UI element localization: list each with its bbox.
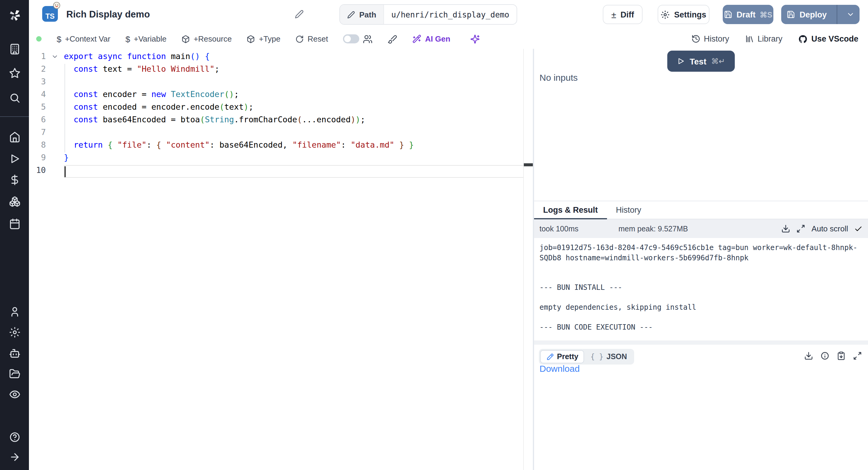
sidebar-item-audit-logs[interactable] [0,384,29,404]
code-line[interactable]: 7 [29,126,533,138]
auto-scroll-check-icon[interactable] [854,224,863,233]
code-line[interactable]: 1export async function main() { [29,50,533,63]
help-circle-icon [9,431,20,443]
sidebar-item-runs[interactable] [0,149,29,168]
deploy-main[interactable]: Deploy [781,5,832,24]
download-result-icon[interactable] [804,351,813,361]
diff-button[interactable]: ± Diff [603,5,643,24]
code-editor[interactable]: 1export async function main() {2 const t… [29,49,533,470]
code-text[interactable]: const text = "Hello Windmill"; [64,63,533,75]
test-button[interactable]: Test ⌘↵ [667,51,735,72]
download-file-link[interactable]: Download [539,363,580,374]
logs-result-splitter[interactable] [534,340,868,345]
expand-result-icon[interactable] [853,351,862,361]
mem-peak-text: mem peak: 9.527MB [618,224,688,233]
reset-button[interactable]: Reset [296,34,328,43]
plus-minus-icon: ± [611,9,616,20]
add-context-var-button[interactable]: $ +Context Var [57,34,110,44]
code-line[interactable]: 4 const encoder = new TextEncoder(); [29,88,533,101]
history-button[interactable]: History [691,34,729,43]
code-line[interactable]: 10 [29,164,533,177]
code-line[interactable]: 5 const encoded = encoder.encode(text); [29,101,533,113]
diff-mode-toggle[interactable] [343,34,359,43]
fold-gutter [46,164,64,177]
resource-label: +Resource [193,34,231,43]
expand-logs-icon[interactable] [797,224,806,233]
sidebar-item-home[interactable] [0,127,29,147]
sidebar-item-help[interactable] [0,427,29,446]
pencil-icon [347,10,355,19]
code-text[interactable]: export async function main() { [64,50,533,63]
download-logs-icon[interactable] [781,224,790,233]
code-line[interactable]: 3 [29,75,533,88]
pretty-label: Pretty [557,352,578,361]
user-icon [9,306,20,317]
tab-history[interactable]: History [607,201,650,219]
pen-icon [546,353,554,361]
sidebar-item-search[interactable] [0,88,29,107]
code-line[interactable]: 9} [29,151,533,164]
fold-gutter [46,138,64,151]
code-text[interactable]: const encoded = encoder.encode(text); [64,101,533,113]
deploy-dropdown[interactable] [841,5,860,24]
fold-gutter [46,50,64,63]
view-pretty-button[interactable]: Pretty [540,350,584,363]
ai-sparkles-button[interactable] [470,34,480,44]
copy-result-icon[interactable] [837,351,846,361]
indent-guide [64,64,65,152]
format-button[interactable] [388,34,397,44]
code-text[interactable] [64,126,533,138]
save-draft-button[interactable]: Draft ⌘S [723,5,773,24]
fold-chevron-icon[interactable] [51,53,59,60]
info-icon[interactable] [820,351,830,361]
deploy-button[interactable]: Deploy [781,5,860,24]
package-icon [247,35,255,43]
collaborators-button[interactable] [363,34,373,44]
path-label-segment: Path [340,5,384,24]
toggle-knob [344,36,351,42]
view-json-button[interactable]: { } JSON [584,350,633,363]
draft-label: Draft [737,10,755,19]
sidebar-item-settings[interactable] [0,322,29,342]
code-line[interactable]: 2 const text = "Hello Windmill"; [29,63,533,75]
chevron-down-icon [846,10,855,19]
sidebar-item-users[interactable] [0,302,29,321]
sidebar-item-favorites[interactable] [0,63,29,83]
run-statusbar: took 100ms mem peak: 9.527MB Auto scroll [534,219,868,238]
add-variable-button[interactable]: $ +Variable [125,34,166,44]
library-button[interactable]: Library [745,34,782,43]
code-line[interactable]: 6 const base64Encoded = btoa(String.from… [29,113,533,126]
auto-scroll-label: Auto scroll [812,224,848,233]
add-type-button[interactable]: +Type [247,34,281,43]
line-number: 2 [29,63,46,75]
sidebar-item-resources[interactable] [0,192,29,211]
sidebar-item-variables[interactable] [0,170,29,189]
code-text[interactable]: const base64Encoded = btoa(String.fromCh… [64,113,533,126]
tab-logs-result[interactable]: Logs & Result [534,201,607,219]
code-text[interactable]: return { "file": { "content": base64Enco… [64,138,533,151]
code-line[interactable]: 8 return { "file": { "content": base64En… [29,138,533,151]
overview-ruler[interactable] [523,49,533,470]
ai-gen-button[interactable]: AI Gen [412,34,450,43]
edit-title-button[interactable] [295,10,304,19]
path-button[interactable]: Path u/henri/rich_display_demo [339,4,517,25]
code-text[interactable]: } [64,151,533,164]
package-icon [181,35,190,43]
sidebar-expand[interactable] [0,447,29,466]
reset-label: Reset [307,34,328,43]
windmill-logo[interactable] [0,5,29,25]
job-logs[interactable]: job=01912d75-163d-8204-47c9-5469c516cb1e… [534,238,868,340]
code-text[interactable] [64,164,533,177]
code-text[interactable] [64,75,533,88]
text-cursor [64,166,65,177]
wand-icon [412,34,421,43]
add-resource-button[interactable]: +Resource [181,34,231,43]
code-text[interactable]: const encoder = new TextEncoder(); [64,88,533,101]
settings-button[interactable]: Settings [658,5,710,24]
use-vscode-button[interactable]: Use VScode [798,34,858,44]
sidebar-item-schedules[interactable] [0,214,29,233]
sidebar-item-folders[interactable] [0,364,29,383]
dollar-icon: $ [57,34,61,44]
sidebar-item-workspace[interactable] [0,39,29,58]
sidebar-item-workers[interactable] [0,343,29,363]
